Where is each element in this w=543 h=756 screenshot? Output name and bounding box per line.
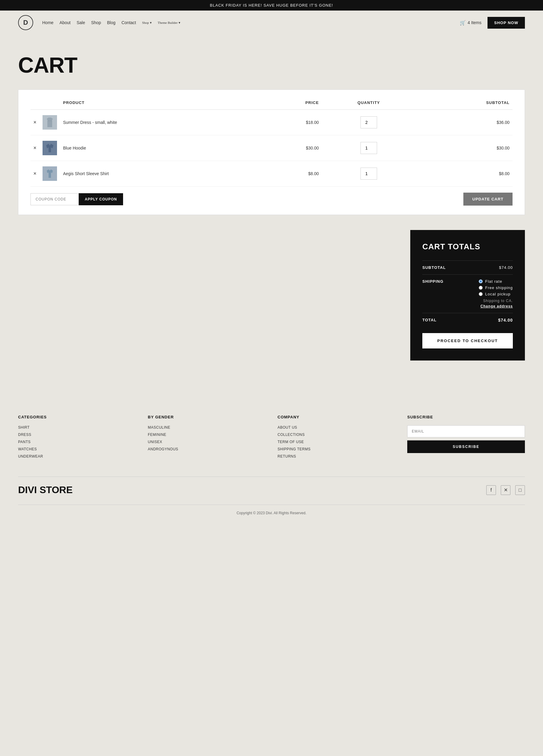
- gender-masculine[interactable]: MASCULINE: [148, 425, 265, 430]
- footer-categories: CATEGORIES SHIRT DRESS PANTS WATCHES UND…: [18, 415, 136, 461]
- shipping-to: Shipping to CA.: [479, 299, 513, 303]
- cat-shirt[interactable]: SHIRT: [18, 425, 136, 430]
- cart-item-count: 4 Items: [468, 20, 481, 25]
- product-1-price: $18.00: [257, 110, 322, 135]
- shipping-row: SHIPPING Flat rate Free shipping: [422, 274, 513, 313]
- product-2-subtotal: $30.00: [416, 135, 513, 161]
- cart-totals-section: CART TOTALS SUBTOTAL $74.00 SHIPPING Fla…: [18, 230, 525, 361]
- nav-about[interactable]: About: [59, 20, 71, 25]
- total-row: TOTAL $74.00: [422, 313, 513, 327]
- nav-blog[interactable]: Blog: [107, 20, 115, 25]
- nav-sale[interactable]: Sale: [77, 20, 85, 25]
- nav-shop-dropdown[interactable]: Shop ▾: [142, 21, 152, 25]
- product-1-qty-input[interactable]: [361, 116, 377, 128]
- company-title: COMPANY: [278, 415, 395, 419]
- footer-by-gender: BY GENDER MASCULINE FEMININE UNISEX ANDR…: [148, 415, 265, 461]
- product-3-name: Aegis Short Sleeve Shirt: [60, 161, 257, 187]
- total-label: TOTAL: [422, 318, 437, 322]
- page-title-section: CART: [0, 35, 543, 90]
- shop-now-button[interactable]: SHOP NOW: [488, 17, 525, 29]
- shipping-free[interactable]: Free shipping: [479, 285, 513, 290]
- product-2-image: [43, 141, 57, 155]
- table-row: × Summer Dress - small, white: [30, 110, 513, 135]
- categories-title: CATEGORIES: [18, 415, 136, 419]
- shipping-options: Flat rate Free shipping Local pickup Shi…: [479, 279, 513, 308]
- checkout-button[interactable]: PROCEED TO CHECKOUT: [422, 333, 513, 348]
- company-collections[interactable]: COLLECTIONS: [278, 433, 395, 437]
- company-shipping[interactable]: SHIPPING TERMS: [278, 447, 395, 451]
- coupon-area: APPLY COUPON: [30, 193, 123, 205]
- cart-link[interactable]: 🛒 4 Items: [460, 20, 481, 26]
- flat-rate-radio[interactable]: [479, 279, 483, 283]
- cat-underwear[interactable]: UNDERWEAR: [18, 454, 136, 458]
- header-right: 🛒 4 Items SHOP NOW: [460, 17, 525, 29]
- company-about[interactable]: ABOUT US: [278, 425, 395, 430]
- footer-brand: DIVI STORE: [18, 484, 73, 496]
- nav-shop[interactable]: Shop: [91, 20, 101, 25]
- main-nav: Home About Sale Shop Blog Contact Shop ▾…: [42, 20, 180, 25]
- cart-icon: 🛒: [460, 20, 466, 26]
- update-cart-button[interactable]: UPDATE CART: [463, 193, 513, 206]
- logo: D: [18, 15, 33, 30]
- local-pickup-radio[interactable]: [479, 292, 483, 296]
- apply-coupon-button[interactable]: APPLY COUPON: [79, 193, 123, 205]
- product-3-price: $8.00: [257, 161, 322, 187]
- cart-table: PRODUCT PRICE QUANTITY SUBTOTAL: [30, 96, 513, 187]
- shipping-flat-rate[interactable]: Flat rate: [479, 279, 513, 284]
- facebook-icon[interactable]: f: [486, 485, 496, 495]
- remove-item-2-button[interactable]: ×: [33, 145, 36, 151]
- gender-androgynous[interactable]: ANDROGYNOUS: [148, 447, 265, 451]
- nav-contact[interactable]: Contact: [121, 20, 136, 25]
- cart-totals-box: CART TOTALS SUBTOTAL $74.00 SHIPPING Fla…: [410, 230, 525, 361]
- nav-theme-builder-dropdown[interactable]: Theme Builder ▾: [158, 21, 180, 25]
- col-product-header: PRODUCT: [60, 96, 257, 110]
- change-address-link[interactable]: Change address: [479, 304, 513, 308]
- cart-totals-title: CART TOTALS: [422, 242, 513, 251]
- cat-watches[interactable]: WATCHES: [18, 447, 136, 451]
- product-1-subtotal: $36.00: [416, 110, 513, 135]
- footer-company: COMPANY ABOUT US COLLECTIONS TERM OF USE…: [278, 415, 395, 461]
- company-terms[interactable]: TERM OF USE: [278, 440, 395, 444]
- col-img-header: [39, 96, 60, 110]
- coupon-input[interactable]: [30, 193, 79, 205]
- product-3-qty-input[interactable]: [361, 168, 377, 180]
- top-banner: BLACK FRIDAY IS HERE! SAVE HUGE BEFORE I…: [0, 0, 543, 11]
- footer-bottom: DIVI STORE f ✕ □: [18, 477, 525, 496]
- subtotal-row: SUBTOTAL $74.00: [422, 260, 513, 274]
- product-2-price: $30.00: [257, 135, 322, 161]
- twitter-icon[interactable]: ✕: [501, 485, 510, 495]
- remove-item-1-button[interactable]: ×: [33, 120, 36, 125]
- svg-rect-1: [47, 121, 52, 127]
- gender-feminine[interactable]: FEMININE: [148, 433, 265, 437]
- col-remove-header: [30, 96, 39, 110]
- cat-pants[interactable]: PANTS: [18, 440, 136, 444]
- main-content: PRODUCT PRICE QUANTITY SUBTOTAL: [0, 90, 543, 397]
- col-qty-header: QUANTITY: [322, 96, 416, 110]
- product-2-name: Blue Hoodie: [60, 135, 257, 161]
- social-icons: f ✕ □: [486, 485, 525, 495]
- product-1-name: Summer Dress - small, white: [60, 110, 257, 135]
- header-left: D Home About Sale Shop Blog Contact Shop…: [18, 15, 180, 30]
- footer: CATEGORIES SHIRT DRESS PANTS WATCHES UND…: [0, 397, 543, 524]
- cart-actions: APPLY COUPON UPDATE CART: [30, 193, 513, 206]
- subtotal-value: $74.00: [499, 265, 513, 270]
- subscribe-button[interactable]: SUBSCRIBE: [407, 440, 525, 453]
- shipping-local[interactable]: Local pickup: [479, 292, 513, 296]
- table-row: × Blue Hoodie $30.00: [30, 135, 513, 161]
- cart-table-wrapper: PRODUCT PRICE QUANTITY SUBTOTAL: [18, 90, 525, 215]
- footer-copyright: Copyright © 2023 Divi. All Rights Reserv…: [18, 505, 525, 515]
- product-2-qty-input[interactable]: [361, 142, 377, 154]
- product-3-subtotal: $8.00: [416, 161, 513, 187]
- instagram-icon[interactable]: □: [515, 485, 525, 495]
- shipping-label: SHIPPING: [422, 279, 444, 284]
- subscribe-title: SUBSCRIBE: [407, 415, 525, 419]
- company-returns[interactable]: RETURNS: [278, 454, 395, 458]
- product-1-image: [43, 115, 57, 130]
- nav-home[interactable]: Home: [42, 20, 53, 25]
- gender-unisex[interactable]: UNISEX: [148, 440, 265, 444]
- footer-subscribe: SUBSCRIBE SUBSCRIBE: [407, 415, 525, 461]
- subscribe-email-input[interactable]: [407, 425, 525, 437]
- cat-dress[interactable]: DRESS: [18, 433, 136, 437]
- free-shipping-radio[interactable]: [479, 286, 483, 290]
- remove-item-3-button[interactable]: ×: [33, 171, 36, 176]
